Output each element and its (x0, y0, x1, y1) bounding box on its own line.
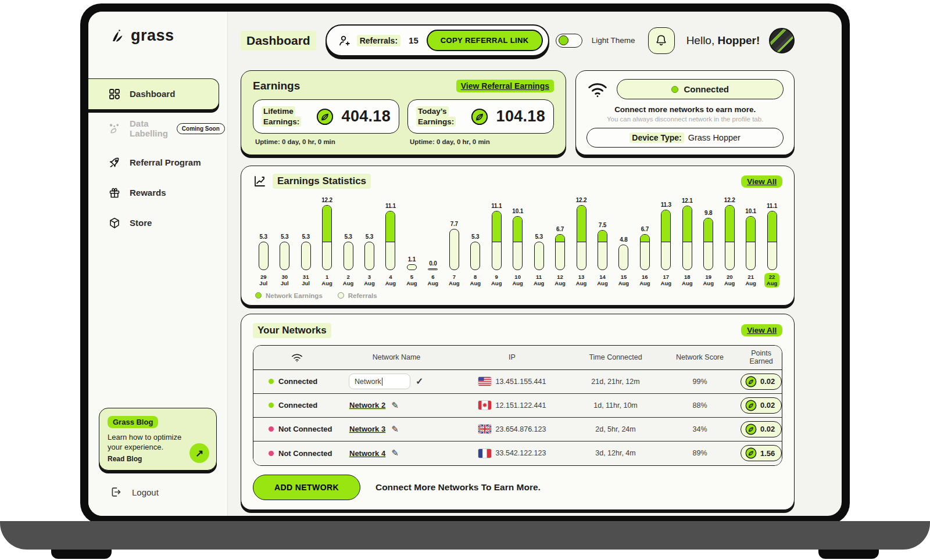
confirm-check-icon[interactable]: ✓ (416, 376, 423, 387)
bar-network-segment (513, 217, 522, 242)
sidebar-menu: Dashboard Data Labelling Coming Soon (88, 78, 227, 238)
chart-bar (640, 234, 650, 270)
column-header-network-score: Network Score (659, 353, 741, 361)
time-connected-cell: 21d, 21hr, 12m (572, 378, 659, 386)
x-axis-tick: 17Aug (656, 273, 677, 288)
sidebar: grass Dashboard (88, 12, 228, 516)
sidebar-item-referral-program[interactable]: Referral Program (88, 148, 227, 178)
blog-arrow-button[interactable]: ↗ (189, 443, 209, 463)
x-tick-label: 14Aug (595, 273, 610, 288)
chart-bar-group: 9.8 (698, 210, 719, 270)
bar-network-segment (704, 218, 713, 242)
x-axis-tick: 30Jul (274, 273, 295, 288)
ip-address: 23.654.876.123 (496, 425, 546, 433)
leaf-coin-icon (745, 376, 757, 387)
x-axis-tick: 13Aug (571, 273, 592, 288)
grass-blog-card[interactable]: Grass Blog Learn how to optimize your ex… (99, 408, 217, 471)
gift-icon (108, 186, 121, 199)
add-network-button[interactable]: ADD NETWORK (253, 475, 360, 500)
x-tick-label: 19Aug (701, 273, 716, 288)
chart-bar-group: 6.7 (634, 226, 655, 270)
notifications-button[interactable] (648, 27, 675, 54)
your-networks-card: Your Networks View All (241, 314, 795, 510)
wifi-icon (586, 81, 609, 98)
sidebar-item-rewards[interactable]: Rewards (88, 178, 227, 208)
x-tick-label: 16Aug (637, 273, 652, 288)
status-text: Connected (278, 401, 317, 410)
main-content: Dashboard Referrals: 15 COPY REFERRAL LI… (228, 12, 842, 516)
x-tick-label: 9Aug (489, 273, 504, 288)
wifi-icon (291, 353, 303, 362)
points-pill: 0.02 (741, 397, 782, 414)
column-header-network-name: Network Name (341, 353, 452, 361)
points-pill: 0.02 (741, 421, 782, 437)
network-score-cell: 34% (659, 425, 741, 433)
avatar[interactable] (769, 28, 795, 53)
x-tick-label: 6Aug (425, 273, 441, 288)
x-axis-tick: 11Aug (528, 273, 549, 288)
leaf-coin-icon (745, 423, 757, 435)
x-axis-tick: 10Aug (507, 273, 528, 288)
chart-bar-group: 12.2 (571, 197, 592, 270)
legend-label: Network Earnings (266, 292, 323, 299)
bar-network-segment (641, 235, 649, 242)
chart-bar-group: 12.1 (677, 198, 698, 270)
theme-toggle[interactable] (556, 34, 582, 48)
bar-value-label: 0.0 (429, 260, 437, 267)
x-tick-label: 4Aug (383, 273, 398, 288)
x-tick-label: 10Aug (510, 273, 525, 288)
network-name-cell: Network 2✎ (341, 400, 452, 411)
status-dot (269, 403, 274, 408)
logout-button[interactable]: Logout (109, 486, 227, 498)
stats-view-all-button[interactable]: View All (741, 175, 782, 188)
chart-bar-group: 11.1 (380, 203, 401, 270)
network-score-cell: 89% (659, 449, 741, 457)
chart-bar-group: 6.7 (549, 226, 570, 270)
chart-bar (767, 211, 777, 270)
text-caret (382, 378, 383, 386)
chart-bar-group: 5.3 (274, 234, 295, 270)
sidebar-item-dashboard[interactable]: Dashboard (88, 78, 219, 110)
network-name-input[interactable]: Network (349, 374, 410, 389)
chart-bar (322, 205, 332, 270)
earnings-card: Earnings View Referral Earnings Lifetime… (241, 70, 566, 155)
chart-bar (534, 242, 544, 270)
grass-logo-icon (108, 27, 126, 45)
view-referral-earnings-link[interactable]: View Referral Earnings (456, 80, 554, 92)
points-earned-cell: 0.02 (741, 397, 782, 414)
chart-bar-group: 5.3 (465, 234, 486, 270)
chart-bar-group: 12.2 (316, 197, 337, 270)
greeting: Hello, Hopper! (686, 34, 760, 47)
column-header-points-earned: Points Earned (741, 349, 782, 365)
bar-value-label: 11.1 (767, 203, 777, 209)
chart-x-axis: 29Jul30Jul31Jul1Aug2Aug3Aug4Aug5Aug6Aug7… (253, 273, 782, 288)
edit-pencil-icon[interactable]: ✎ (391, 448, 399, 458)
edit-pencil-icon[interactable]: ✎ (391, 400, 399, 411)
chart-bar (618, 245, 628, 270)
copy-referral-link-button[interactable]: COPY REFERRAL LINK (427, 30, 543, 51)
points-earned-cell: 0.02 (741, 421, 782, 437)
chart-bar-group: 0.0 (423, 260, 443, 270)
legend-item: Network Earnings (255, 292, 323, 299)
x-tick-label: 18Aug (679, 273, 695, 288)
network-name[interactable]: Network 3 (349, 425, 386, 433)
points-pill: 0.02 (741, 374, 782, 390)
bell-icon (654, 34, 668, 47)
chart-bar (661, 210, 671, 270)
edit-pencil-icon[interactable]: ✎ (391, 424, 399, 435)
earnings-statistics-card: Earnings Statistics View All 5.35.35.312… (241, 166, 795, 306)
theme-label: Light Theme (592, 36, 635, 45)
chart-bar-group: 7.7 (443, 221, 464, 270)
connection-status-pill: Connected (617, 79, 784, 99)
networks-table-header: Network Name IP Time Connected Network S… (253, 346, 782, 370)
bar-value-label: 11.3 (661, 202, 671, 208)
networks-view-all-button[interactable]: View All (741, 324, 782, 336)
column-header-ip: IP (452, 353, 572, 361)
device-type-pill: Device Type: Grass Hopper (586, 128, 784, 148)
network-name[interactable]: Network 2 (349, 401, 386, 410)
bar-value-label: 5.3 (471, 234, 479, 240)
time-connected-cell: 2d, 5hr, 24m (572, 425, 659, 433)
network-name[interactable]: Network 4 (349, 449, 386, 458)
sidebar-item-store[interactable]: Store (88, 208, 227, 238)
chart-bar-group: 10.1 (740, 208, 761, 270)
